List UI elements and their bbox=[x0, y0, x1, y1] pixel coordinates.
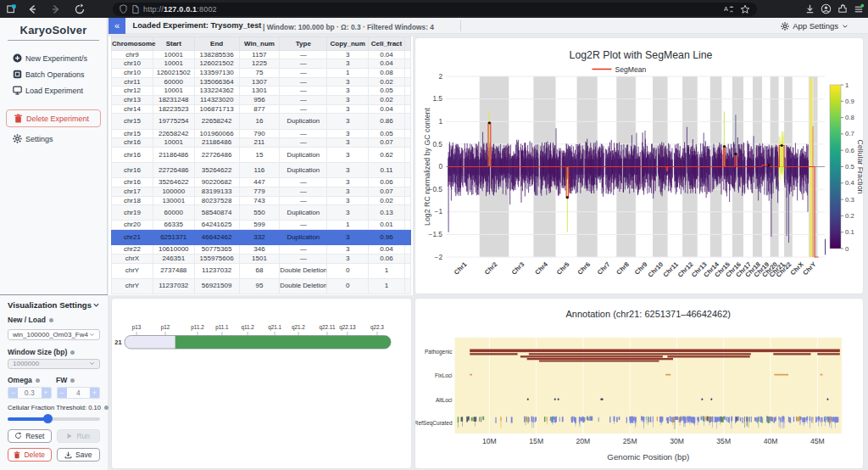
collapse-sidebar-button[interactable]: « bbox=[108, 18, 125, 34]
back-icon[interactable] bbox=[25, 3, 39, 16]
info-dot-icon bbox=[36, 378, 40, 383]
column-header-chromosome[interactable]: Chromosome bbox=[112, 36, 153, 50]
table-cell: 0.04 bbox=[369, 50, 405, 59]
table-cell: 1501 bbox=[239, 254, 280, 263]
svg-text:q22.13: q22.13 bbox=[339, 324, 356, 331]
table-row-chr16-10001[interactable]: chr161000121186486211—30.07 bbox=[112, 138, 411, 148]
extensions-icon[interactable] bbox=[837, 3, 848, 14]
table-row-chr22-10610000[interactable]: chr221061000050775365346—30.04 bbox=[112, 245, 411, 255]
sidebar-item-load-experiment[interactable]: Load Experiment bbox=[0, 82, 107, 98]
table-cell: Duplication bbox=[280, 114, 327, 129]
column-header-start[interactable]: Start bbox=[153, 36, 194, 50]
table-cell: Duplication bbox=[280, 230, 327, 245]
table-row-chrY-2737488[interactable]: chrY27374881123703268Double Deletion01 bbox=[112, 263, 411, 278]
window-icon[interactable] bbox=[7, 4, 16, 14]
table-cell: — bbox=[280, 87, 327, 96]
column-header-copy_num[interactable]: Copy_num bbox=[327, 36, 369, 50]
viz-settings-title: Visualization Settings bbox=[8, 300, 92, 310]
omega-value[interactable]: 0.3 bbox=[18, 388, 42, 398]
new-load-select[interactable]: win_100000_Om03_Fw4 bbox=[8, 329, 100, 340]
save-button[interactable]: Save bbox=[57, 448, 101, 462]
fw-value[interactable]: 4 bbox=[67, 388, 91, 398]
table-row-chr12-10001[interactable]: chr12100011332243621301—30.05 bbox=[112, 87, 411, 96]
sidebar-item-delete-experiment[interactable]: Delete Experiment bbox=[6, 109, 101, 127]
svg-text:35M: 35M bbox=[716, 437, 731, 445]
annotation-plot[interactable]: Annotation (chr21: 6251371–46642462)10M1… bbox=[415, 299, 863, 468]
table-cell: 0.62 bbox=[369, 147, 405, 162]
table-cell: 0.07 bbox=[369, 138, 405, 148]
slider-knob[interactable] bbox=[43, 414, 53, 423]
column-header-type[interactable]: Type bbox=[280, 36, 327, 50]
translate-icon[interactable]: A bbox=[724, 4, 734, 14]
trash-icon bbox=[14, 114, 23, 123]
download-icon[interactable] bbox=[804, 3, 815, 14]
url-bar[interactable]: http://127.0.0.1:8002 A bbox=[113, 3, 757, 16]
profile-icon[interactable] bbox=[821, 3, 832, 14]
table-row-chrY-11237032[interactable]: chrY112370325692150995Double Deletion01 bbox=[112, 278, 411, 294]
reload-icon[interactable] bbox=[73, 3, 86, 16]
table-row-chr20-66335[interactable]: chr206633564241625599—10.01 bbox=[112, 221, 411, 230]
slider-fill bbox=[8, 417, 47, 421]
table-row-chr10-10001[interactable]: chr10100011260215021225—30.04 bbox=[112, 59, 411, 69]
table-row-chr15-19775254[interactable]: chr15197752542265824216Duplication30.86 bbox=[112, 114, 411, 129]
log2r-plot[interactable]: 21.510.50−0.5−1−1.5−2Chr1Chr2Chr3Chr4Chr… bbox=[415, 38, 863, 294]
sidebar-item-label: Delete Experiment bbox=[26, 115, 89, 123]
bookmark-star-icon[interactable] bbox=[740, 4, 750, 14]
svg-text:Chr5: Chr5 bbox=[555, 260, 571, 277]
table-cell: 126021502 bbox=[153, 68, 194, 77]
table-cell: 0.08 bbox=[369, 68, 405, 77]
table-cell: chrX bbox=[112, 254, 153, 263]
window-size-value: 1000000 bbox=[13, 360, 39, 367]
reset-button[interactable]: Reset bbox=[8, 429, 52, 443]
table-row-chr13-18231248[interactable]: chr1318231248114323020956—30.02 bbox=[112, 96, 411, 105]
table-cell: 332 bbox=[239, 230, 280, 245]
svg-text:SegMean: SegMean bbox=[615, 65, 647, 74]
table-row-chr17-100000[interactable]: chr1710000083199133779—30.07 bbox=[112, 187, 411, 196]
table-row-chr11-60000[interactable]: chr11600001350663641307—30.02 bbox=[112, 77, 411, 87]
menu-icon[interactable] bbox=[853, 3, 865, 15]
table-row-chr10-126021502[interactable]: chr1012602150213359713075—10.08 bbox=[112, 68, 411, 77]
table-row-chr9-10001[interactable]: chr9100011382855361157—30.04 bbox=[112, 50, 411, 59]
table-row-chr21-6251371[interactable]: chr21625137146642462332Duplication30.96 bbox=[112, 230, 411, 245]
screen: http://127.0.0.1:8002 A bbox=[0, 0, 868, 470]
table-cell: 0.02 bbox=[369, 77, 405, 87]
fw-increment-button[interactable]: + bbox=[90, 388, 99, 398]
chr21-ideogram[interactable]: 21p13p12p11.2p11.1q11.2q21.1q21.2q22.11q… bbox=[112, 299, 411, 468]
table-cell-filler bbox=[404, 205, 410, 221]
viz-settings-header[interactable]: Visualization Settings bbox=[8, 300, 100, 310]
delete-button[interactable]: Delete bbox=[8, 448, 52, 462]
column-header-end[interactable]: End bbox=[194, 36, 239, 50]
sidebar-item-batch-operations[interactable]: Batch Operations bbox=[0, 66, 107, 82]
table-cell: 743 bbox=[239, 196, 280, 205]
omega-increment-button[interactable]: + bbox=[42, 388, 51, 398]
column-header-cell_fract[interactable]: Cell_fract bbox=[369, 36, 405, 50]
table-row-chr15-22658242[interactable]: chr1522658242101960066790—30.05 bbox=[112, 129, 411, 138]
table-row-chr16-35264622[interactable]: chr163526462290220682447—30.06 bbox=[112, 178, 411, 187]
column-header-win_num[interactable]: Win_num bbox=[239, 36, 280, 50]
svg-text:ChrX: ChrX bbox=[789, 260, 805, 277]
app-settings-menu[interactable]: App Settings bbox=[781, 21, 849, 31]
threshold-slider[interactable] bbox=[8, 417, 100, 421]
fw-decrement-button[interactable]: − bbox=[58, 388, 67, 398]
forward-icon[interactable] bbox=[49, 3, 63, 16]
sidebar-item-settings[interactable]: Settings bbox=[0, 131, 107, 147]
table-cell: 18223523 bbox=[153, 104, 194, 114]
omega-decrement-button[interactable]: − bbox=[8, 388, 18, 398]
table-row-chr19-60000[interactable]: chr196000058540874550Duplication30.13 bbox=[112, 205, 411, 221]
table-row-chr16-22726486[interactable]: chr162272648635264622116Duplication30.11 bbox=[112, 163, 411, 178]
table-row-chrX-246351[interactable]: chrX2463511559756061501—30.06 bbox=[112, 254, 411, 263]
table-row-chr18-130001[interactable]: chr1813000180237528743—30.02 bbox=[112, 196, 411, 205]
run-button[interactable]: Run bbox=[57, 429, 101, 443]
table-cell-filler bbox=[404, 104, 410, 114]
window-size-select[interactable]: 1000000 bbox=[8, 359, 100, 370]
table-cell: chr14 bbox=[112, 104, 153, 114]
table-row-chr16-21186486[interactable]: chr16211864862272648615Duplication30.62 bbox=[112, 147, 411, 162]
table-cell: — bbox=[280, 221, 327, 230]
sidebar-item-new-experiment[interactable]: New Experiment/s bbox=[0, 50, 107, 66]
trash-icon bbox=[14, 451, 20, 459]
table-cell: — bbox=[280, 104, 327, 114]
table-cell: 80237528 bbox=[194, 196, 239, 205]
table-cell: 10001 bbox=[153, 59, 194, 69]
table-cell: 0.04 bbox=[369, 59, 405, 69]
table-row-chr14-18223523[interactable]: chr1418223523106871713877—30.04 bbox=[112, 104, 411, 114]
